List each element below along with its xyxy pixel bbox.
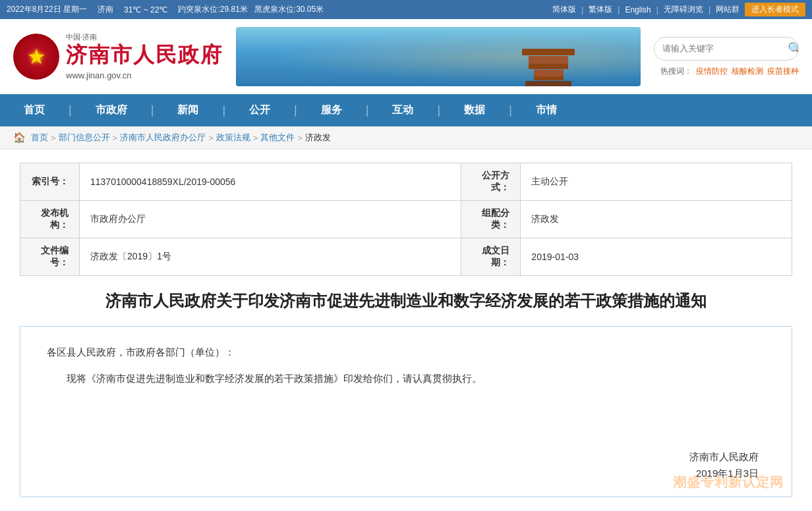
logo-cn: 中国·济南 <box>66 32 223 41</box>
nav-item-interact[interactable]: 互动 <box>368 94 437 126</box>
water1-info: 趵突泉水位:29.81米 黑虎泉水位:30.05米 <box>178 4 324 15</box>
index-value: 1137010000418859XL/2019-00056 <box>80 163 461 201</box>
date-value: 2019-01-03 <box>521 238 792 276</box>
breadcrumb-item-3[interactable]: 政策法规 <box>216 132 250 144</box>
open-value: 主动公开 <box>521 163 792 201</box>
nav-item-city-info[interactable]: 市情 <box>512 94 581 126</box>
logo-emblem <box>13 34 59 80</box>
search-input[interactable] <box>654 40 781 57</box>
english-link[interactable]: English <box>625 5 651 14</box>
search-button[interactable]: 🔍 <box>781 38 799 60</box>
nav-item-city-gov[interactable]: 市政府 <box>72 94 151 126</box>
search-box: 🔍 <box>654 37 799 61</box>
category-label: 组配分类： <box>461 201 521 238</box>
index-label: 索引号： <box>20 163 80 201</box>
breadcrumb-current: 济政发 <box>305 132 331 144</box>
hot-search: 热搜词： 疫情防控 核酸检测 疫苗接种 <box>660 66 799 77</box>
header: 中国·济南 济南市人民政府 www.jinan.gov.cn 🔍 热搜词： 疫情… <box>0 19 812 94</box>
top-bar-left: 2022年8月22日 星期一 济南 31℃ ~ 22℃ 趵突泉水位:29.81米… <box>7 4 324 15</box>
hot-search-item-1[interactable]: 核酸检测 <box>732 66 763 77</box>
breadcrumb-item-1[interactable]: 部门信息公开 <box>59 132 110 144</box>
hot-search-item-0[interactable]: 疫情防控 <box>696 66 728 77</box>
publisher-value: 市政府办公厅 <box>80 201 461 238</box>
article-date: 2019年1月3日 <box>696 468 759 480</box>
breadcrumb-bar: 🏠 首页 > 部门信息公开 > 济南市人民政府办公厅 > 政策法规 > 其他文件… <box>0 126 812 149</box>
breadcrumb-item-4[interactable]: 其他文件 <box>260 132 295 144</box>
open-label: 公开方式： <box>461 163 521 201</box>
hot-search-item-2[interactable]: 疫苗接种 <box>767 66 799 77</box>
elder-mode-button[interactable]: 进入长者模式 <box>745 3 805 16</box>
docno-label: 文件编号： <box>20 238 80 276</box>
search-area: 🔍 热搜词： 疫情防控 核酸检测 疫苗接种 <box>654 37 799 77</box>
article-box: 各区县人民政府，市政府各部门（单位）： 现将《济南市促进先进制造业和数字经济发展… <box>20 326 792 497</box>
simplified-link[interactable]: 简体版 <box>552 4 576 15</box>
city-name: 济南 <box>98 4 113 15</box>
article-body: 现将《济南市促进先进制造业和数字经济发展的若干政策措施》印发给你们，请认真贯彻执… <box>47 369 765 387</box>
article-title: 济南市人民政府关于印发济南市促进先进制造业和数字经济发展的若干政策措施的通知 <box>20 289 792 313</box>
logo-area: 中国·济南 济南市人民政府 www.jinan.gov.cn <box>13 32 223 82</box>
accessible-link[interactable]: 无障碍浏览 <box>664 4 703 15</box>
header-banner <box>236 27 641 86</box>
site-title: 济南市人民政府 <box>66 41 223 69</box>
publisher-label: 发布机构： <box>20 201 80 238</box>
date-text: 2022年8月22日 星期一 <box>7 4 87 15</box>
breadcrumb-item-0[interactable]: 首页 <box>31 132 48 144</box>
article-greeting: 各区县人民政府，市政府各部门（单位）： <box>47 346 765 359</box>
nav-item-open[interactable]: 公开 <box>225 94 294 126</box>
article-sign: 济南市人民政府 <box>689 451 759 464</box>
category-value: 济政发 <box>521 201 792 238</box>
site-url: www.jinan.gov.cn <box>66 70 223 82</box>
pagoda-decoration <box>509 37 588 86</box>
top-bar: 2022年8月22日 星期一 济南 31℃ ~ 22℃ 趵突泉水位:29.81米… <box>0 0 812 19</box>
hot-search-label: 热搜词： <box>660 66 692 77</box>
nav-item-news[interactable]: 新闻 <box>154 94 222 126</box>
docno-value: 济政发〔2019〕1号 <box>80 238 461 276</box>
nav-item-data[interactable]: 数据 <box>440 94 509 126</box>
weather-text: 31℃ ~ 22℃ <box>124 5 167 14</box>
top-bar-right: 简体版 | 繁体版 | English | 无障碍浏览 | 网站群 进入长者模式 <box>552 3 805 16</box>
date-label: 成文日期： <box>461 238 521 276</box>
logo-text: 中国·济南 济南市人民政府 www.jinan.gov.cn <box>66 32 223 82</box>
main-content: 索引号： 1137010000418859XL/2019-00056 公开方式：… <box>0 149 812 510</box>
site-group-link[interactable]: 网站群 <box>716 4 740 15</box>
breadcrumb-item-2[interactable]: 济南市人民政府办公厅 <box>120 132 206 144</box>
main-nav: 首页 | 市政府 | 新闻 | 公开 | 服务 | 互动 | 数据 | 市情 <box>0 94 812 126</box>
nav-item-home[interactable]: 首页 <box>0 94 69 126</box>
nav-item-service[interactable]: 服务 <box>297 94 366 126</box>
breadcrumb-home-icon[interactable]: 🏠 <box>13 132 26 144</box>
document-info-table: 索引号： 1137010000418859XL/2019-00056 公开方式：… <box>20 163 792 276</box>
traditional-link[interactable]: 繁体版 <box>589 4 612 15</box>
